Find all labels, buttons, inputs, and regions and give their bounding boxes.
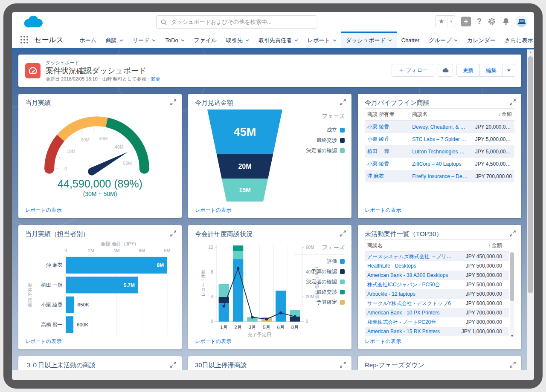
view-report-link[interactable]: レポートの表示 xyxy=(25,207,175,214)
opportunity-link[interactable]: アースシステムズ株式会社 －プリン… xyxy=(367,254,457,259)
legend-item[interactable]: 決定者の確認 xyxy=(294,278,345,285)
tab-ToDo[interactable]: ToDo xyxy=(160,32,189,48)
table-scrollbar[interactable]: ▼ xyxy=(510,252,514,337)
opportunity-link[interactable]: Lutron Technologies … xyxy=(412,149,465,155)
legend-swatch xyxy=(340,128,345,133)
column-header[interactable]: ↓金額 xyxy=(473,111,514,118)
gauge-chart: 010M20M30M40M50M xyxy=(25,108,168,180)
scrollbar-up-arrow-icon[interactable]: ▲ xyxy=(527,50,534,54)
svg-text:0: 0 xyxy=(306,319,308,324)
column-header[interactable]: 商談名 xyxy=(410,111,472,118)
expand-icon[interactable] xyxy=(170,99,176,105)
view-report-link[interactable]: レポートの表示 xyxy=(195,207,345,214)
legend-item[interactable]: 最終交渉 xyxy=(294,288,345,296)
owner-link[interactable]: 植田 一輝 xyxy=(367,148,389,154)
opportunity-link[interactable]: ZiffCorp – 40 Laptops xyxy=(412,161,461,167)
legend-item[interactable]: 成立 xyxy=(294,127,345,134)
opportunity-link[interactable]: Firefly Insurance – De… xyxy=(412,173,467,179)
expand-icon[interactable] xyxy=(170,362,176,368)
edit-button[interactable]: 編集 xyxy=(480,64,503,77)
expand-icon[interactable] xyxy=(340,99,346,105)
page-scrollbar[interactable]: ▲ xyxy=(527,49,534,370)
expand-icon[interactable] xyxy=(340,231,346,236)
opportunity-link[interactable]: STC Labs – 7 Spider … xyxy=(412,136,466,142)
opportunity-link[interactable]: Dewey, Cheattem, & … xyxy=(412,124,465,130)
view-report-link[interactable]: レポートの表示 xyxy=(365,338,514,345)
opportunity-link[interactable]: 和幸株式会社 - ノートPC20台 xyxy=(367,319,436,325)
column-header[interactable]: 商談 所有者 xyxy=(365,111,410,118)
tab-取引先[interactable]: 取引先 xyxy=(221,32,254,48)
help-icon[interactable]: ? xyxy=(477,17,482,26)
favorites-button[interactable]: ★ ▾ xyxy=(435,15,455,27)
last-updated-text: 更新日 2018/02/05 18:10・山野 昭司として参照・変更 xyxy=(46,76,160,82)
legend-item[interactable]: 最終交渉 xyxy=(294,137,345,144)
legend-title: フェーズ xyxy=(294,244,345,254)
favorites-caret-icon[interactable]: ▾ xyxy=(447,16,455,27)
amount-cell: JPY 5,000,000.00 xyxy=(473,149,514,155)
opportunity-link[interactable]: American Bank - 38 A300 Desktops xyxy=(367,272,448,278)
owner-link[interactable]: 小栗 綾香 xyxy=(367,136,389,142)
legend-item[interactable]: 決定者の確認 xyxy=(294,147,345,154)
card-title: 未活動案件一覧（TOP30） xyxy=(365,230,514,238)
amount-cell: JPY 4,500,000.00 xyxy=(473,161,514,167)
column-header[interactable]: 商談名 xyxy=(365,242,457,249)
record-link-cell: 沖 麻衣 xyxy=(365,173,410,180)
tab-ダッシュボード[interactable]: ダッシュボード xyxy=(341,32,397,48)
table-scrollbar-down-arrow-icon[interactable]: ▼ xyxy=(510,334,514,337)
tab-さらに表示[interactable]: さらに表示 xyxy=(500,32,534,48)
record-link-cell: STC Labs – 7 Spider … xyxy=(410,136,472,142)
chevron-down-icon xyxy=(333,39,337,42)
tab-label: ToDo xyxy=(165,37,178,43)
refresh-button[interactable]: 更新 xyxy=(456,64,480,77)
tab-リード[interactable]: リード xyxy=(128,32,161,48)
tab-カレンダー[interactable]: カレンダー xyxy=(462,32,500,48)
card-gauge-monthly-results: 当月実績 010M20M30M40M50M44,590,000 (89%)(30… xyxy=(18,94,182,218)
view-report-link[interactable]: レポートの表示 xyxy=(365,207,514,214)
tab-ホーム[interactable]: ホーム xyxy=(75,32,101,48)
expand-icon[interactable] xyxy=(170,231,176,236)
opportunity-link[interactable]: American Bank - 10 PX Printers xyxy=(367,310,439,316)
app-launcher-waffle-icon[interactable] xyxy=(20,36,28,43)
more-actions-dropdown-button[interactable] xyxy=(503,64,515,77)
owner-link[interactable]: 小栗 綾香 xyxy=(367,161,389,167)
change-viewer-link[interactable]: 変更 xyxy=(151,76,160,81)
opportunity-link[interactable]: Arbuckle - 12 laptops xyxy=(367,291,415,297)
tab-取引先責任者[interactable]: 取引先責任者 xyxy=(254,32,303,48)
owner-link[interactable]: 沖 麻衣 xyxy=(367,173,384,179)
expand-icon[interactable] xyxy=(510,231,516,236)
svg-text:小栗 綾香: 小栗 綾香 xyxy=(41,302,62,307)
table-scrollbar-thumb[interactable] xyxy=(510,252,514,301)
search-input[interactable] xyxy=(170,18,313,26)
tab-レポート[interactable]: レポート xyxy=(303,32,341,48)
table-row: 小栗 綾香ZiffCorp – 40 LaptopsJPY 4,500,000.… xyxy=(365,158,514,170)
notifications-bell-icon[interactable] xyxy=(502,17,510,26)
expand-icon[interactable] xyxy=(510,362,516,368)
svg-text:商談 所有者: 商談 所有者 xyxy=(27,282,32,307)
expand-icon[interactable] xyxy=(510,99,516,105)
opportunity-link[interactable]: サークルY株式会社 - デスクトップ6 xyxy=(367,300,451,306)
view-report-link[interactable]: レポートの表示 xyxy=(195,338,345,345)
legend-item[interactable]: 予算の確認 xyxy=(294,268,345,275)
legend-item[interactable]: 評価 xyxy=(294,258,345,265)
owner-link[interactable]: 小栗 綾香 xyxy=(367,124,389,130)
report-table: 商談 所有者商談名↓金額小栗 綾香Dewey, Cheattem, & …JPY… xyxy=(365,108,514,182)
view-report-link[interactable]: レポートの表示 xyxy=(25,338,175,345)
legend-item[interactable]: 予算確定 xyxy=(294,299,345,306)
subscribe-cloud-button[interactable] xyxy=(438,64,453,77)
opportunity-link[interactable]: 株式会社ICCジャパン - PC50台 xyxy=(367,282,440,288)
tab-ファイル[interactable]: ファイル xyxy=(189,32,221,48)
setup-gear-icon[interactable] xyxy=(488,17,496,26)
global-search[interactable] xyxy=(156,15,317,29)
follow-button[interactable]: ＋フォロー xyxy=(392,64,434,77)
tab-Chatter[interactable]: Chatter xyxy=(397,32,424,48)
column-header[interactable]: ↑金額 xyxy=(457,242,505,249)
opportunity-link[interactable]: HealthLife - Desktops xyxy=(367,263,416,269)
opportunity-link[interactable]: American Bank - 15 RX Printers xyxy=(367,329,440,334)
tab-商談[interactable]: 商談 xyxy=(101,32,128,48)
user-avatar[interactable] xyxy=(516,16,527,27)
tab-グループ[interactable]: グループ xyxy=(424,32,462,48)
expand-icon[interactable] xyxy=(340,362,346,368)
svg-text:8M: 8M xyxy=(164,248,170,253)
quick-add-icon[interactable]: ＋ xyxy=(461,17,471,26)
scrollbar-thumb[interactable] xyxy=(528,56,533,293)
